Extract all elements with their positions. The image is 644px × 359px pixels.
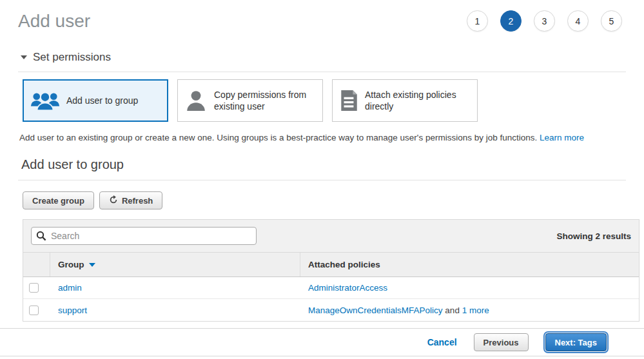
group-column-header[interactable]: Group bbox=[50, 253, 300, 277]
more-policies-link[interactable]: 1 more bbox=[462, 306, 489, 315]
groups-table: Showing 2 results Group Attached policie… bbox=[23, 219, 639, 322]
option-label: Add user to group bbox=[66, 95, 138, 106]
set-permissions-header[interactable]: Set permissions bbox=[21, 51, 626, 64]
refresh-button[interactable]: Refresh bbox=[99, 191, 162, 209]
policy-link-administratoraccess[interactable]: AdministratorAccess bbox=[308, 283, 387, 293]
document-icon bbox=[339, 90, 358, 112]
table-actions: Create group Refresh bbox=[23, 191, 626, 209]
policy-link-manageowncredentials[interactable]: ManageOwnCredentialsMFAPolicy bbox=[308, 306, 443, 315]
option-label: Copy permissions from existing user bbox=[214, 89, 316, 112]
step-5: 5 bbox=[601, 10, 622, 32]
search-box bbox=[31, 227, 257, 245]
step-indicator: 1 2 3 4 5 bbox=[467, 10, 622, 32]
policies-column-label: Attached policies bbox=[308, 260, 380, 269]
bottom-divider bbox=[0, 356, 644, 356]
and-text: and bbox=[445, 306, 462, 315]
group-link-support[interactable]: support bbox=[58, 306, 87, 315]
row-checkbox-admin[interactable] bbox=[29, 283, 39, 293]
page-header: Add user 1 2 3 4 5 bbox=[18, 10, 626, 32]
search-icon bbox=[36, 231, 46, 243]
add-user-page: Add user 1 2 3 4 5 Set permissions bbox=[0, 0, 644, 356]
permission-options: Add user to group Copy permissions from … bbox=[23, 79, 626, 122]
learn-more-link[interactable]: Learn more bbox=[540, 133, 584, 142]
sort-descending-icon bbox=[89, 263, 95, 267]
select-all-column bbox=[23, 253, 50, 277]
table-row-support: support ManageOwnCredentialsMFAPolicy an… bbox=[23, 299, 639, 321]
table-header: Group Attached policies bbox=[23, 253, 639, 277]
next-tags-button[interactable]: Next: Tags bbox=[545, 333, 607, 351]
row-checkbox-support[interactable] bbox=[29, 306, 39, 315]
group-link-admin[interactable]: admin bbox=[58, 283, 82, 293]
group-column-label: Group bbox=[58, 260, 84, 269]
add-user-to-group-heading: Add user to group bbox=[21, 157, 626, 172]
option-copy-permissions[interactable]: Copy permissions from existing user bbox=[177, 79, 323, 122]
refresh-icon bbox=[109, 195, 118, 206]
user-icon bbox=[184, 90, 208, 112]
previous-button[interactable]: Previous bbox=[474, 333, 529, 351]
description-text: Add user to an existing group or create … bbox=[19, 133, 537, 142]
collapse-icon bbox=[21, 55, 27, 59]
policies-column-header: Attached policies bbox=[300, 253, 639, 277]
wizard-footer: Cancel Previous Next: Tags bbox=[18, 329, 626, 356]
refresh-label: Refresh bbox=[122, 196, 153, 206]
permissions-description: Add user to an existing group or create … bbox=[19, 133, 626, 142]
table-toolbar: Showing 2 results bbox=[23, 220, 639, 253]
set-permissions-title: Set permissions bbox=[33, 51, 111, 64]
user-group-icon bbox=[30, 90, 60, 112]
search-input[interactable] bbox=[31, 227, 257, 245]
divider bbox=[18, 72, 626, 72]
option-label: Attach existing policies directly bbox=[365, 89, 471, 112]
option-add-user-to-group[interactable]: Add user to group bbox=[23, 79, 168, 122]
step-4: 4 bbox=[567, 10, 589, 32]
step-2-current: 2 bbox=[500, 10, 522, 32]
results-count: Showing 2 results bbox=[556, 231, 631, 241]
create-group-button[interactable]: Create group bbox=[23, 191, 94, 209]
table-row-admin: admin AdministratorAccess bbox=[23, 277, 639, 299]
option-attach-policies[interactable]: Attach existing policies directly bbox=[332, 79, 478, 122]
page-title: Add user bbox=[18, 11, 90, 32]
step-1: 1 bbox=[467, 10, 488, 32]
step-3: 3 bbox=[534, 10, 555, 32]
divider bbox=[18, 180, 626, 180]
cancel-link[interactable]: Cancel bbox=[427, 337, 457, 347]
